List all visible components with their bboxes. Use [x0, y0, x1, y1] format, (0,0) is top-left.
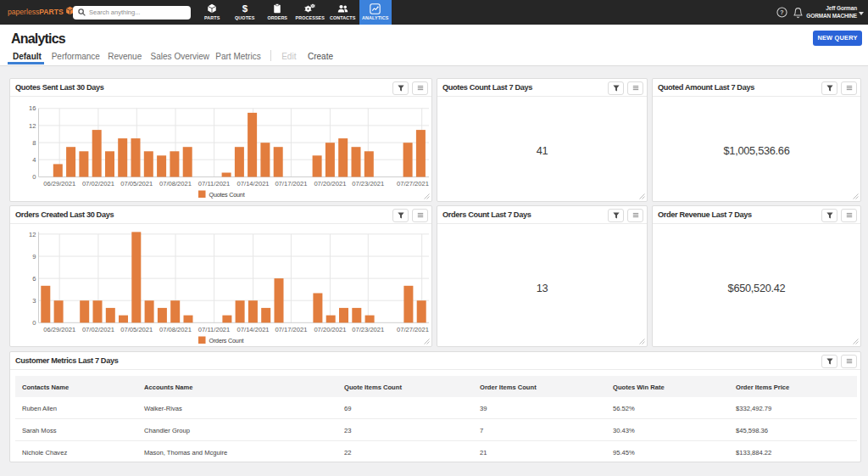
- svg-text:07/20/2021: 07/20/2021: [314, 326, 346, 333]
- svg-text:07/08/2021: 07/08/2021: [159, 326, 192, 333]
- svg-text:16: 16: [29, 104, 36, 112]
- svg-text:3: 3: [32, 297, 36, 305]
- svg-text:0: 0: [32, 319, 36, 327]
- svg-text:07/17/2021: 07/17/2021: [275, 326, 307, 333]
- svg-text:07/23/2021: 07/23/2021: [352, 180, 384, 188]
- svg-text:4: 4: [32, 156, 36, 164]
- svg-text:8: 8: [32, 139, 36, 147]
- svg-text:07/05/2021: 07/05/2021: [120, 326, 153, 333]
- svg-text:12: 12: [29, 122, 36, 130]
- svg-text:0: 0: [32, 173, 36, 181]
- svg-text:Quotes Count: Quotes Count: [209, 191, 245, 199]
- svg-text:07/02/2021: 07/02/2021: [82, 180, 114, 188]
- svg-text:07/17/2021: 07/17/2021: [275, 180, 307, 188]
- svg-text:07/02/2021: 07/02/2021: [82, 326, 114, 333]
- svg-text:07/27/2021: 07/27/2021: [397, 326, 429, 333]
- svg-text:07/20/2021: 07/20/2021: [314, 180, 346, 188]
- svg-text:Orders Count: Orders Count: [209, 337, 244, 344]
- svg-text:07/11/2021: 07/11/2021: [198, 326, 230, 333]
- svg-text:07/23/2021: 07/23/2021: [352, 326, 384, 333]
- svg-text:12: 12: [29, 231, 36, 238]
- svg-text:9: 9: [32, 253, 36, 260]
- svg-text:07/11/2021: 07/11/2021: [198, 180, 230, 188]
- svg-text:07/05/2021: 07/05/2021: [120, 180, 153, 188]
- svg-text:07/27/2021: 07/27/2021: [397, 180, 429, 188]
- svg-text:07/14/2021: 07/14/2021: [237, 180, 270, 188]
- svg-text:$: $: [242, 3, 248, 14]
- svg-text:07/14/2021: 07/14/2021: [237, 326, 270, 333]
- svg-text:06/29/2021: 06/29/2021: [43, 326, 75, 333]
- svg-text:6: 6: [32, 275, 36, 283]
- svg-text:07/08/2021: 07/08/2021: [159, 180, 192, 188]
- svg-text:?: ?: [780, 9, 783, 15]
- svg-text:06/29/2021: 06/29/2021: [43, 180, 75, 188]
